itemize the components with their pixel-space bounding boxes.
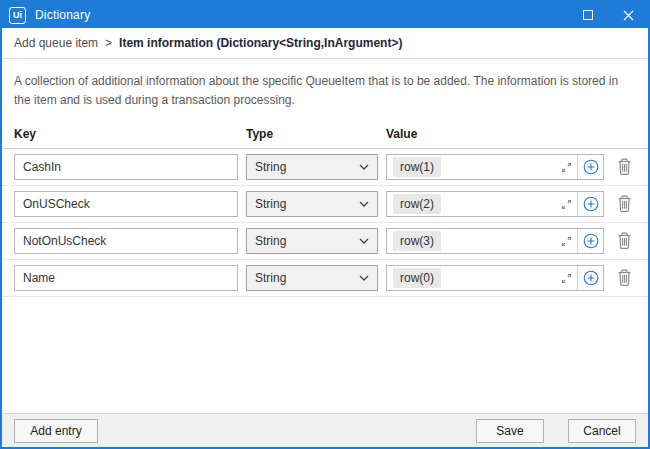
- add-value-button[interactable]: [578, 192, 603, 216]
- uipath-logo-icon: Ui: [9, 7, 26, 24]
- table-header-row: Key Type Value: [2, 119, 648, 149]
- plus-circle-icon: [583, 196, 599, 212]
- value-field[interactable]: row(0): [386, 265, 604, 291]
- close-button[interactable]: [608, 2, 648, 28]
- trash-icon: [617, 158, 632, 176]
- table-row: String row(0): [2, 260, 648, 297]
- empty-area: [2, 297, 648, 413]
- expand-editor-button[interactable]: [555, 229, 577, 253]
- save-button[interactable]: Save: [476, 419, 544, 443]
- add-value-button[interactable]: [578, 229, 603, 253]
- add-value-button[interactable]: [578, 155, 603, 179]
- delete-row-button[interactable]: [612, 191, 636, 217]
- chevron-down-icon: [359, 201, 369, 207]
- type-dropdown[interactable]: String: [246, 228, 378, 254]
- key-field[interactable]: [14, 265, 238, 291]
- expand-editor-button[interactable]: [555, 192, 577, 216]
- cancel-button[interactable]: Cancel: [568, 419, 636, 443]
- header-value: Value: [386, 127, 604, 141]
- plus-circle-icon: [583, 159, 599, 175]
- description-text: A collection of additional information a…: [2, 59, 648, 119]
- plus-circle-icon: [583, 270, 599, 286]
- key-field[interactable]: [14, 154, 238, 180]
- expand-editor-button[interactable]: [555, 266, 577, 290]
- window-title: Dictionary: [35, 8, 90, 22]
- table-row: String row(2): [2, 186, 648, 223]
- breadcrumb-current: Item information (Dictionary<String,InAr…: [119, 36, 402, 50]
- chevron-down-icon: [359, 238, 369, 244]
- plus-circle-icon: [583, 233, 599, 249]
- type-dropdown[interactable]: String: [246, 265, 378, 291]
- trash-icon: [617, 232, 632, 250]
- table-row: String row(1): [2, 149, 648, 186]
- value-field[interactable]: row(2): [386, 191, 604, 217]
- table-row: String row(3): [2, 223, 648, 260]
- type-selected-value: String: [255, 197, 359, 211]
- header-key: Key: [14, 127, 238, 141]
- delete-row-button[interactable]: [612, 228, 636, 254]
- key-field[interactable]: [14, 191, 238, 217]
- type-selected-value: String: [255, 160, 359, 174]
- dictionary-dialog: Ui Dictionary Add queue item > Item info…: [0, 0, 650, 449]
- expand-icon: [560, 235, 573, 248]
- value-field[interactable]: row(1): [386, 154, 604, 180]
- key-field[interactable]: [14, 228, 238, 254]
- trash-icon: [617, 195, 632, 213]
- chevron-down-icon: [359, 275, 369, 281]
- breadcrumb-separator: >: [105, 36, 112, 50]
- expand-editor-button[interactable]: [555, 155, 577, 179]
- chevron-down-icon: [359, 164, 369, 170]
- expand-icon: [560, 272, 573, 285]
- value-token: row(1): [393, 157, 441, 177]
- maximize-button[interactable]: [568, 2, 608, 28]
- expand-icon: [560, 161, 573, 174]
- value-token: row(0): [393, 268, 441, 288]
- value-token: row(3): [393, 231, 441, 251]
- type-selected-value: String: [255, 234, 359, 248]
- breadcrumb: Add queue item > Item information (Dicti…: [2, 28, 648, 59]
- add-entry-button[interactable]: Add entry: [14, 419, 98, 443]
- add-value-button[interactable]: [578, 266, 603, 290]
- value-field[interactable]: row(3): [386, 228, 604, 254]
- title-bar: Ui Dictionary: [2, 2, 648, 28]
- trash-icon: [617, 269, 632, 287]
- maximize-icon: [583, 10, 593, 20]
- close-icon: [623, 10, 634, 21]
- delete-row-button[interactable]: [612, 265, 636, 291]
- type-dropdown[interactable]: String: [246, 154, 378, 180]
- expand-icon: [560, 198, 573, 211]
- breadcrumb-parent[interactable]: Add queue item: [14, 36, 98, 50]
- delete-row-button[interactable]: [612, 154, 636, 180]
- header-type: Type: [246, 127, 378, 141]
- type-dropdown[interactable]: String: [246, 191, 378, 217]
- footer-bar: Add entry Save Cancel: [2, 413, 648, 447]
- value-token: row(2): [393, 194, 441, 214]
- type-selected-value: String: [255, 271, 359, 285]
